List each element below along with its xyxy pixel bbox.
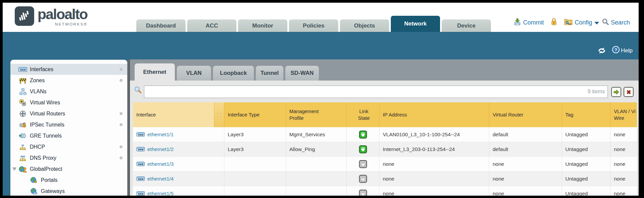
interface-link[interactable]: ethernet1/3 (147, 161, 173, 167)
interface-link[interactable]: ethernet1/4 (147, 176, 173, 182)
sidebar-item-globalprotect[interactable]: GlobalProtect (10, 163, 127, 175)
sidebar-splitter[interactable] (127, 59, 130, 196)
filter-magnifier-icon (134, 86, 142, 94)
sidebar-item-gateways[interactable]: Gateways (10, 186, 127, 196)
interface-type-cell: Layer3 (224, 142, 286, 157)
column-header-vlan-virtual-wire[interactable]: VLAN / VirtualWire (611, 102, 637, 127)
interface-type-cell (224, 171, 286, 186)
apply-filter-button[interactable] (611, 87, 621, 97)
virtual-routers-icon (18, 110, 27, 117)
nav-tab-device[interactable]: Device (442, 19, 491, 32)
sidebar-item-virtual-routers[interactable]: Virtual Routers (10, 108, 127, 119)
interface-cell: ethernet1/1 (133, 127, 224, 142)
app-window: paloalto NETWORKS® DashboardACCMonitorPo… (3, 3, 639, 196)
sidebar-item-portals[interactable]: Portals (10, 175, 127, 186)
clear-filter-button[interactable] (624, 87, 634, 97)
tag-cell: Untagged (562, 171, 611, 186)
tab-vlan[interactable]: VLAN (177, 66, 211, 81)
vlan-wire-cell: none (611, 157, 637, 171)
table-row: ethernet1/1Layer3Mgmt_ServicesVLAN0100_L… (133, 127, 637, 142)
nav-tab-network[interactable]: Network (391, 16, 440, 32)
table-body: ethernet1/1Layer3Mgmt_ServicesVLAN0100_L… (133, 127, 637, 196)
vlan-wire-cell: none (611, 142, 637, 157)
link-state-cell (347, 157, 379, 171)
secondary-bar: ? Help (3, 32, 639, 59)
tab-tunnel[interactable]: Tunnel (256, 66, 283, 81)
sidebar-item-vlans[interactable]: VLANs (10, 86, 127, 97)
sidebar-item-dhcp[interactable]: IPDHCP (10, 141, 127, 152)
tab-ethernet[interactable]: Ethernet (135, 63, 175, 81)
status-dot (120, 68, 123, 71)
management-profile-cell (286, 186, 347, 196)
interface-link[interactable]: ethernet1/5 (147, 191, 173, 196)
top-bar: paloalto NETWORKS® DashboardACCMonitorPo… (3, 3, 639, 32)
nav-tab-acc[interactable]: ACC (187, 19, 236, 32)
column-header-tag[interactable]: Tag (562, 102, 611, 127)
interface-link[interactable]: ethernet1/1 (147, 132, 173, 138)
search-icon (602, 18, 609, 27)
link-down-icon (359, 190, 367, 196)
interface-link[interactable]: ethernet1/2 (147, 146, 173, 152)
port-icon (136, 132, 145, 137)
port-icon (136, 191, 145, 196)
status-dot (120, 112, 123, 115)
tab-sd-wan[interactable]: SD-WAN (285, 66, 319, 81)
sort-dropdown-button[interactable] (214, 102, 224, 127)
management-profile-cell (286, 171, 347, 186)
vlans-icon (18, 88, 27, 95)
virtual-wires-icon (18, 99, 27, 106)
filter-input[interactable] (144, 86, 608, 98)
sidebar-item-virtual-wires[interactable]: Virtual Wires (10, 97, 127, 108)
brand-networks: NETWORKS® (38, 22, 87, 26)
tag-cell: Untagged (562, 127, 611, 142)
sidebar-item-label: VLANs (30, 89, 47, 95)
commit-button[interactable]: Commit (513, 18, 544, 28)
paloalto-logo-icon (15, 6, 34, 26)
status-dot (120, 145, 123, 148)
link-state-cell (347, 142, 379, 157)
virtual-router-cell: none (489, 157, 562, 171)
column-header-virtual-router[interactable]: Virtual Router (489, 102, 562, 127)
ip-address-cell: Internet_L3_203-0-113-254--24 (379, 142, 489, 157)
management-profile-cell (286, 157, 347, 171)
column-header-ip-address[interactable]: IP Address (379, 102, 489, 127)
link-state-cell (347, 186, 379, 196)
nav-tab-policies[interactable]: Policies (289, 19, 338, 32)
sidebar-item-label: IPSec Tunnels (30, 122, 64, 128)
tab-loopback[interactable]: Loopback (213, 66, 254, 81)
link-up-icon (359, 131, 367, 139)
svg-text:IP: IP (21, 144, 24, 147)
sidebar-item-label: GlobalProtect (30, 166, 62, 172)
help-label: Help (621, 47, 633, 54)
nav-tab-monitor[interactable]: Monitor (238, 19, 287, 32)
vlan-wire-cell: none (611, 127, 637, 142)
refresh-icon[interactable] (597, 47, 606, 54)
commit-icon (513, 18, 521, 28)
tag-cell: Untagged (562, 142, 611, 157)
sidebar-item-interfaces[interactable]: Interfaces (10, 64, 127, 75)
ethernet-panel: 9 items InterfaceInterface TypeManagemen… (130, 81, 639, 196)
search-button[interactable]: Search (602, 18, 630, 27)
sidebar-item-ipsec-tunnels[interactable]: IPSec Tunnels (10, 119, 127, 130)
svg-text:DNS: DNS (20, 155, 25, 157)
link-state-cell (347, 171, 379, 186)
chevron-down-icon (594, 22, 599, 24)
sidebar-item-label: Virtual Routers (30, 111, 65, 117)
virtual-router-cell: default (489, 142, 562, 157)
expand-caret-icon[interactable] (12, 167, 16, 171)
nav-tab-dashboard[interactable]: Dashboard (136, 19, 186, 32)
column-header-interface-type[interactable]: Interface Type (224, 102, 286, 127)
lock-icon[interactable] (551, 17, 557, 28)
sidebar-item-zones[interactable]: Zones (10, 75, 127, 86)
config-menu[interactable]: Config (564, 18, 600, 27)
sidebar-item-dns-proxy[interactable]: DNSDNS Proxy (10, 152, 127, 163)
column-header-link-state[interactable]: LinkState (347, 102, 379, 127)
help-button[interactable]: ? Help (612, 46, 633, 55)
sidebar-item-gre-tunnels[interactable]: GRE Tunnels (10, 130, 127, 141)
interfaces-table: InterfaceInterface TypeManagementProfile… (133, 102, 637, 196)
column-header-interface[interactable]: Interface (133, 102, 214, 127)
column-header-management-profile[interactable]: ManagementProfile (286, 102, 347, 127)
nav-tab-objects[interactable]: Objects (340, 19, 389, 32)
interface-cell: ethernet1/2 (133, 142, 224, 157)
ip-address-cell: VLAN0100_L3_10-1-100-254--24 (379, 127, 489, 142)
